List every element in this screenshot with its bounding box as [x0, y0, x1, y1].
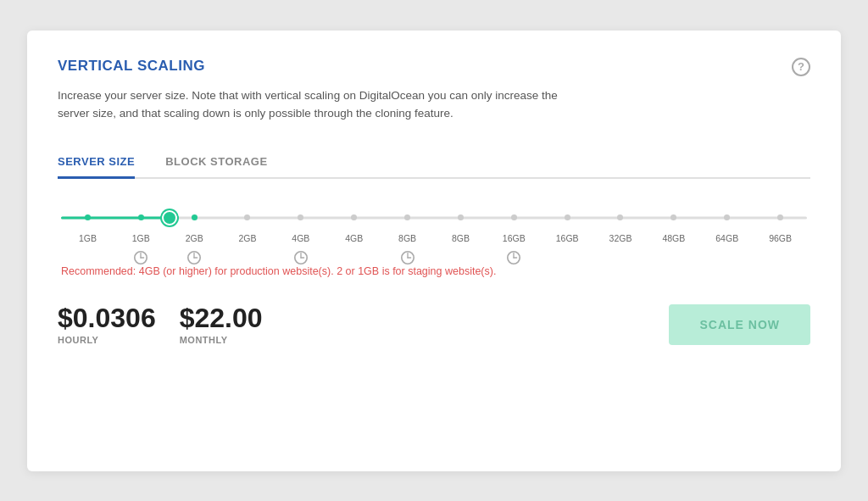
tab-block-storage[interactable]: BLOCK STORAGE — [165, 147, 267, 179]
icon-4 — [274, 250, 327, 265]
dot-2 — [192, 214, 198, 220]
dot-8 — [511, 214, 517, 220]
label-0: 1GB — [61, 233, 114, 243]
icon-3 — [221, 250, 275, 265]
clock-icon-6 — [400, 250, 415, 265]
hourly-label: HOURLY — [58, 335, 156, 345]
label-6: 8GB — [381, 233, 434, 243]
recommendation-text: Recommended: 4GB (or higher) for product… — [61, 265, 807, 277]
slider-labels-row: 1GB 1GB 2GB 2GB 4GB 4GB 8GB 8GB 16GB 16G… — [61, 233, 807, 243]
dot-cell-9 — [541, 214, 594, 220]
label-1: 1GB — [114, 233, 168, 243]
dot-cell-5 — [327, 214, 381, 220]
dot-cell-11 — [647, 214, 700, 220]
dot-9 — [565, 214, 570, 220]
monthly-amount: $22.00 — [180, 304, 263, 331]
clock-icon-8 — [506, 250, 521, 265]
clock-icon-4 — [293, 250, 309, 265]
label-5: 4GB — [327, 233, 381, 243]
label-3: 2GB — [221, 233, 275, 243]
icon-0 — [61, 250, 114, 265]
slider-wrapper: 1GB 1GB 2GB 2GB 4GB 4GB 8GB 8GB 16GB 16G… — [61, 209, 807, 265]
monthly-label: MONTHLY — [180, 335, 263, 345]
dot-cell-6 — [381, 214, 434, 220]
label-4: 4GB — [274, 233, 327, 243]
label-8: 16GB — [487, 233, 541, 243]
dot-cell-12 — [700, 214, 754, 220]
slider-track-row — [61, 209, 807, 226]
label-7: 8GB — [434, 233, 487, 243]
dot-cell-3 — [221, 214, 275, 220]
clock-icon-1 — [133, 250, 148, 265]
icon-13 — [754, 250, 807, 265]
label-12: 64GB — [700, 233, 754, 243]
dot-cell-7 — [434, 214, 487, 220]
label-11: 48GB — [647, 233, 700, 243]
tabs-container: SERVER SIZE BLOCK STORAGE — [58, 147, 810, 179]
pricing-left: $0.0306 HOURLY $22.00 MONTHLY — [58, 304, 263, 345]
slider-section: 1GB 1GB 2GB 2GB 4GB 4GB 8GB 8GB 16GB 16G… — [58, 209, 810, 277]
dot-11 — [670, 214, 676, 220]
icon-8 — [487, 250, 541, 265]
dot-5 — [351, 214, 357, 220]
label-13: 96GB — [754, 233, 807, 243]
dot-10 — [617, 214, 623, 220]
clock-icon-2 — [186, 250, 202, 265]
dot-cell-13 — [754, 214, 807, 220]
icon-7 — [434, 250, 487, 265]
monthly-price-block: $22.00 MONTHLY — [180, 304, 263, 345]
slider-icons-row — [61, 250, 807, 265]
dot-3 — [244, 214, 250, 220]
dot-4 — [298, 214, 303, 220]
dot-cell-8 — [487, 214, 541, 220]
label-9: 16GB — [541, 233, 594, 243]
card-header: VERTICAL SCALING ? — [58, 58, 810, 76]
icon-12 — [700, 250, 754, 265]
page-title: VERTICAL SCALING — [58, 58, 205, 75]
vertical-scaling-card: VERTICAL SCALING ? Increase your server … — [27, 31, 841, 471]
hourly-price-block: $0.0306 HOURLY — [58, 304, 156, 345]
scale-now-button[interactable]: SCALE NOW — [669, 304, 810, 345]
pricing-row: $0.0306 HOURLY $22.00 MONTHLY SCALE NOW — [58, 304, 810, 345]
dot-cell-4 — [274, 214, 327, 220]
dot-cell-0 — [61, 214, 114, 220]
dot-0 — [85, 214, 91, 220]
dot-6 — [404, 214, 410, 220]
icon-1 — [114, 250, 168, 265]
slider-thumb[interactable] — [162, 210, 177, 225]
icon-5 — [327, 250, 381, 265]
dot-cell-1 — [114, 214, 168, 220]
dot-12 — [724, 214, 730, 220]
label-10: 32GB — [594, 233, 648, 243]
icon-11 — [647, 250, 700, 265]
description-text: Increase your server size. Note that wit… — [58, 86, 583, 123]
hourly-amount: $0.0306 — [58, 304, 156, 331]
icon-9 — [541, 250, 594, 265]
icon-2 — [168, 250, 221, 265]
dot-1 — [138, 214, 144, 220]
icon-10 — [594, 250, 648, 265]
help-icon[interactable]: ? — [792, 58, 810, 76]
dot-13 — [777, 214, 783, 220]
icon-6 — [381, 250, 434, 265]
dot-7 — [458, 214, 464, 220]
label-2: 2GB — [168, 233, 221, 243]
tab-server-size[interactable]: SERVER SIZE — [58, 147, 135, 179]
dot-cell-10 — [594, 214, 648, 220]
